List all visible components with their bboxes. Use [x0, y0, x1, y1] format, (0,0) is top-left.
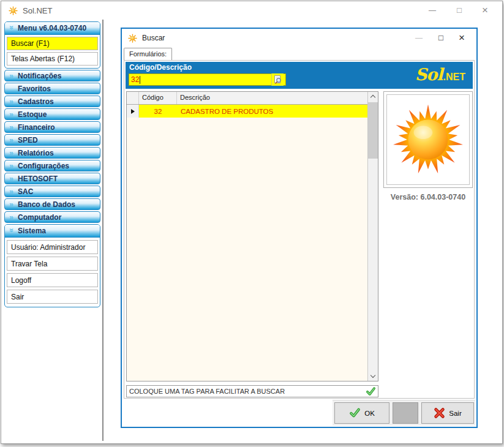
sidebar-section-computador[interactable]: » Computador	[4, 211, 100, 223]
sidebar-section-notificacoes[interactable]: » Notificações	[4, 70, 100, 81]
tab-strip: Formulários:	[122, 47, 476, 60]
scrollbar[interactable]	[367, 92, 378, 381]
scrollbar-thumb[interactable]	[368, 102, 378, 159]
chevron-down-icon: »	[7, 227, 16, 235]
sidebar-splitter[interactable]	[102, 20, 103, 441]
sair-button[interactable]: Sair	[421, 402, 474, 424]
ok-button[interactable]: OK	[334, 402, 389, 424]
chevron-right-icon: »	[7, 110, 15, 119]
sun-image	[389, 101, 467, 178]
sidebar-section-relatorios[interactable]: » Relatórios	[4, 147, 100, 159]
window-title: Sol.NET	[23, 6, 52, 15]
close-button[interactable]: ×	[472, 1, 498, 20]
row-selector-cell[interactable]	[127, 105, 139, 118]
sidebar-item-buscar[interactable]: Buscar (F1)	[7, 37, 98, 50]
sidebar-section-financeiro[interactable]: » Financeiro	[4, 121, 100, 133]
sidebar-item-telas-abertas[interactable]: Telas Abertas (F12)	[7, 52, 98, 66]
tab-formularios[interactable]: Formulários:	[124, 48, 172, 60]
green-check-icon	[349, 407, 361, 419]
dialog-minimize-button[interactable]: —	[408, 29, 430, 47]
sidebar-section-favoritos[interactable]: » Favoritos	[4, 83, 100, 94]
chevron-right-icon: »	[7, 200, 15, 209]
arrow-up-icon	[370, 95, 375, 100]
chevron-right-icon: »	[7, 187, 15, 196]
search-section: Código/Descrição 32 Sol.NET	[126, 62, 473, 89]
sidebar-section-menu[interactable]: » Menu v6.04.03-0740	[5, 22, 100, 35]
sidebar-group-sistema: » Sistema Usuário: Administrador Travar …	[4, 224, 100, 307]
sidebar-section-hetosoft[interactable]: » HETOSOFT	[4, 173, 100, 184]
chevron-down-icon: »	[7, 24, 16, 32]
table-row[interactable]: 32 CADASTRO DE PRODUTOS	[127, 105, 367, 118]
green-check-icon	[366, 386, 376, 397]
blank-button	[393, 402, 418, 424]
tag-hint-text: COLOQUE UMA TAG PARA FACILITAR A BUSCAR	[129, 388, 285, 395]
col-header-descricao[interactable]: Descrição	[177, 92, 367, 104]
window-titlebar: Sol.NET — □ ×	[1, 1, 502, 20]
brand-logo: Sol.NET	[415, 65, 465, 84]
sidebar-item-travar-tela[interactable]: Travar Tela	[7, 257, 98, 271]
logo-image-panel	[383, 91, 473, 188]
cell-codigo: 32	[139, 105, 177, 118]
buscar-dialog: Buscar — □ × Formulários: Código/Descriç…	[121, 28, 478, 428]
chevron-right-icon: »	[7, 213, 15, 222]
version-label: Versão: 6.04.03-0740	[383, 193, 473, 201]
chevron-right-icon: »	[7, 136, 15, 145]
dialog-maximize-button[interactable]: □	[430, 29, 452, 47]
scrollbar-down-button[interactable]	[368, 371, 378, 381]
sidebar-section-banco-de-dados[interactable]: » Banco de Dados	[4, 198, 100, 210]
sidebar-section-sped[interactable]: » SPED	[4, 134, 100, 146]
cell-descricao: CADASTRO DE PRODUTOS	[177, 105, 367, 118]
sidebar-section-configuracoes[interactable]: » Configurações	[4, 160, 100, 171]
search-value: 32	[131, 75, 139, 84]
button-bar: OK Sair	[333, 400, 475, 426]
magnifier-icon	[273, 75, 283, 85]
col-header-codigo[interactable]: Código	[139, 92, 177, 104]
sidebar-section-sac[interactable]: » SAC	[4, 186, 100, 197]
chevron-right-icon: »	[7, 162, 15, 170]
sidebar-group-menu: » Menu v6.04.03-0740 Buscar (F1) Telas A…	[4, 21, 100, 69]
app-window: Sol.NET — □ × » Menu v6.04.03-0740 Busca…	[1, 1, 503, 444]
search-label: Código/Descrição	[129, 63, 192, 72]
search-input[interactable]: 32	[129, 73, 286, 86]
chevron-right-icon: »	[7, 72, 15, 80]
maximize-button[interactable]: □	[446, 1, 473, 20]
sun-icon	[9, 6, 18, 15]
search-button[interactable]	[271, 73, 284, 86]
arrow-down-icon	[370, 373, 375, 378]
logo-image-frame	[386, 94, 470, 185]
results-table: Código Descrição 32 CADASTRO DE PRODUTOS	[126, 91, 378, 381]
chevron-right-icon: »	[7, 149, 15, 157]
table-header: Código Descrição	[127, 92, 367, 105]
sidebar-section-sistema[interactable]: » Sistema	[5, 225, 100, 238]
scrollbar-up-button[interactable]	[368, 92, 378, 102]
sidebar: » Menu v6.04.03-0740 Buscar (F1) Telas A…	[4, 21, 100, 309]
tag-input[interactable]: COLOQUE UMA TAG PARA FACILITAR A BUSCAR	[126, 385, 378, 397]
sidebar-item-usuario[interactable]: Usuário: Administrador	[7, 240, 98, 254]
red-x-icon	[434, 407, 445, 419]
chevron-right-icon: »	[7, 97, 15, 106]
row-selector-header	[127, 92, 139, 104]
row-selector-icon	[131, 109, 135, 114]
chevron-right-icon: »	[7, 123, 15, 132]
minimize-button[interactable]: —	[419, 1, 446, 20]
sidebar-section-estoque[interactable]: » Estoque	[4, 108, 100, 120]
dialog-close-button[interactable]: ×	[451, 29, 473, 47]
sidebar-item-logoff[interactable]: Logoff	[7, 273, 98, 287]
text-caret	[140, 76, 140, 84]
chevron-right-icon: »	[7, 175, 15, 183]
tab-page: Código/Descrição 32 Sol.NET	[124, 60, 475, 399]
table-body-empty	[127, 118, 367, 381]
dialog-title: Buscar	[142, 34, 165, 42]
sidebar-item-sair[interactable]: Sair	[7, 290, 98, 304]
sidebar-section-cadastros[interactable]: » Cadastros	[4, 96, 100, 107]
dialog-titlebar: Buscar — □ ×	[122, 29, 476, 47]
sun-icon	[128, 34, 137, 43]
